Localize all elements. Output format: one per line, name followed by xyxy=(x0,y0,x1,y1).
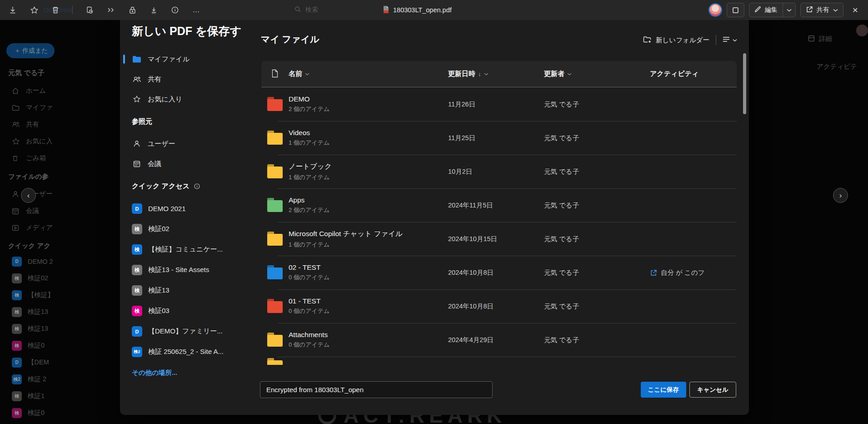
bg-quick-item[interactable]: 検 検証13 xyxy=(0,303,120,320)
bg-nav-item[interactable]: 共有 xyxy=(0,116,120,133)
share-activity-icon xyxy=(650,269,657,276)
bg-nav-item[interactable]: マイファ xyxy=(0,99,120,116)
bg-nav-item[interactable]: ホーム xyxy=(0,82,120,99)
bg-quick-item[interactable]: 検2 検証 2 xyxy=(0,371,120,388)
modified-date: 11月25日 xyxy=(448,134,544,142)
table-row[interactable]: DEMO 2 個のアイテム 11月26日 元気 でる子 xyxy=(261,87,737,121)
modified-by: 元気 でる子 xyxy=(544,134,650,142)
user-avatar[interactable] xyxy=(708,3,722,17)
table-row[interactable]: 01 - TEST 0 個のアイテム 2024年10月8日 元気 でる子 xyxy=(261,289,737,323)
sidebar-quick-item[interactable]: 検 検証13 xyxy=(120,280,254,301)
share-button[interactable]: 共有 xyxy=(801,3,843,17)
chevron-down-icon xyxy=(733,39,737,42)
screen: ＋ 作成また 元気 でる子 ホーム マイファ 共有 お気に入 ごみ箱 ファイルの… xyxy=(0,0,868,424)
sidebar-quick-item[interactable]: 検 検証03 xyxy=(120,301,254,321)
bg-nav-item[interactable]: お気に入 xyxy=(0,133,120,150)
sort-descending-icon: ↓ xyxy=(478,71,481,77)
bg-quick-item[interactable]: 検 検証0 xyxy=(0,337,120,354)
sidebar-item-1[interactable]: 共有 xyxy=(120,69,254,89)
view-options-button[interactable] xyxy=(723,36,737,44)
favorite-star-icon[interactable] xyxy=(30,5,39,15)
more-places-link[interactable]: その他の場所... xyxy=(120,362,254,383)
bg-quick-item[interactable]: 検 【検証】 xyxy=(0,287,120,303)
details-button[interactable]: 詳細 xyxy=(808,35,832,43)
download-icon[interactable] xyxy=(8,5,17,15)
bg-ref-item[interactable]: メディア xyxy=(0,219,120,236)
edit-dropdown-button[interactable] xyxy=(783,3,795,17)
modified-by-column-header[interactable]: 更新者 xyxy=(544,70,650,78)
new-folder-button[interactable]: 新しいフォルダー xyxy=(643,36,709,45)
sidebar-quick-item[interactable]: 検2 検証 250625_2 - Site A... xyxy=(120,342,254,362)
table-row[interactable]: Microsoft Copilot チャット ファイル 1 個のアイテム 202… xyxy=(261,222,737,256)
modified-column-header[interactable]: 更新日時 ↓ xyxy=(448,70,544,78)
activity-column-header[interactable]: アクティビティ xyxy=(650,70,737,78)
edit-split-button: 編集 xyxy=(749,3,796,17)
info-icon[interactable] xyxy=(170,5,180,15)
prev-page-button[interactable]: ‹ xyxy=(21,188,36,203)
item-count: 2 個のアイテム xyxy=(289,206,448,214)
details-label: 詳細 xyxy=(819,35,832,43)
bg-ref-item[interactable]: 会議 xyxy=(0,202,120,219)
search-placeholder: 検索 xyxy=(305,6,318,14)
next-page-button[interactable]: › xyxy=(833,188,848,203)
sidebar-item-4[interactable]: ユーザー xyxy=(120,134,254,154)
bg-ref-label: メディア xyxy=(26,223,53,232)
sidebar-quick-item[interactable]: D DEMO 2021 xyxy=(120,198,254,219)
bg-quick-item[interactable]: 検 検証1 xyxy=(0,388,120,404)
save-copy-icon[interactable] xyxy=(85,5,94,15)
bg-quick-label: DEMO 2 xyxy=(28,258,53,265)
table-row[interactable]: Videos 1 個のアイテム 11月25日 元気 でる子 xyxy=(261,121,737,155)
site-badge: 検 xyxy=(12,307,22,317)
scrollbar-thumb[interactable] xyxy=(743,53,746,114)
sidebar-item-5[interactable]: 会議 xyxy=(120,154,254,174)
bg-quick-item[interactable]: 検 検証02 xyxy=(0,270,120,287)
table-row-partial[interactable] xyxy=(261,357,737,365)
background-quick-nav: D DEMO 2 検 検証02 検 【検証】 検 検証13 検 検証13 検 検… xyxy=(0,253,120,421)
sidebar-quick-label: 【DEMO】ファミリー... xyxy=(148,327,223,336)
sidebar-quick-item[interactable]: 検 検証13 - Site Assets xyxy=(120,260,254,280)
edit-button[interactable]: 編集 xyxy=(749,3,783,17)
file-type-column[interactable] xyxy=(261,69,289,79)
document-icon xyxy=(271,69,279,79)
sidebar-quick-item[interactable]: 検 検証02 xyxy=(120,219,254,239)
bg-quick-item[interactable]: 検 検証0 xyxy=(0,404,120,421)
bg-ref-item[interactable]: ユーザー xyxy=(0,186,120,202)
fit-page-button[interactable] xyxy=(727,3,744,17)
bg-quick-item[interactable]: 検 検証13 xyxy=(0,320,120,337)
table-row[interactable]: ノートブック 1 個のアイテム 10月2日 元気 でる子 xyxy=(261,155,737,188)
background-quick-section: クイック アク xyxy=(8,242,50,250)
sidebar-item-0[interactable]: マイファイル xyxy=(120,49,254,69)
file-name-cell: 01 - TEST 0 個のアイテム xyxy=(289,297,448,315)
close-button[interactable]: × xyxy=(848,5,863,15)
document-title-text: 180303LT_open.pdf xyxy=(393,6,452,14)
sidebar-quick-label: 検証13 xyxy=(148,286,170,295)
save-here-button[interactable]: ここに保存 xyxy=(641,382,686,398)
file-name-cell: Attachments 0 個のアイテム xyxy=(289,331,448,349)
sidebar-quick-item[interactable]: 検 【検証】コミュニケー... xyxy=(120,239,254,260)
sidebar-item-2[interactable]: お気に入り xyxy=(120,89,254,109)
filename-input[interactable] xyxy=(260,381,493,398)
table-row[interactable]: Apps 2 個のアイテム 2024年11月5日 元気 でる子 xyxy=(261,188,737,222)
create-button[interactable]: ＋ 作成また xyxy=(6,43,55,58)
file-name: ノートブック xyxy=(289,162,448,172)
download-line-icon[interactable] xyxy=(149,5,158,15)
item-count: 0 個のアイテム xyxy=(289,273,448,282)
sidebar-quick-label: 【検証】コミュニケー... xyxy=(148,245,223,254)
lock-icon[interactable] xyxy=(128,5,137,15)
sidebar-quick-item[interactable]: D 【DEMO】ファミリー... xyxy=(120,321,254,342)
folder-icon xyxy=(261,300,289,313)
table-row[interactable]: 02 - TEST 0 個のアイテム 2024年10月8日 元気 でる子 自分 … xyxy=(261,256,737,289)
table-row[interactable]: Attachments 0 個のアイテム 2024年4月29日 元気 でる子 xyxy=(261,323,737,357)
bg-quick-label: 検証02 xyxy=(28,274,48,283)
double-chevron-icon[interactable] xyxy=(106,5,115,15)
search-box[interactable]: 検索 xyxy=(294,0,318,20)
bg-quick-item[interactable]: D 【DEM xyxy=(0,354,120,371)
delete-trash-icon[interactable] xyxy=(51,5,60,15)
more-options-icon[interactable]: … xyxy=(192,5,201,15)
bg-nav-item[interactable]: ごみ箱 xyxy=(0,150,120,167)
bg-quick-item[interactable]: D DEMO 2 xyxy=(0,253,120,270)
info-icon[interactable] xyxy=(194,183,200,190)
cancel-button[interactable]: キャンセル xyxy=(689,382,736,398)
name-column-header[interactable]: 名前 xyxy=(289,70,448,78)
item-count: 1 個のアイテム xyxy=(289,173,448,182)
